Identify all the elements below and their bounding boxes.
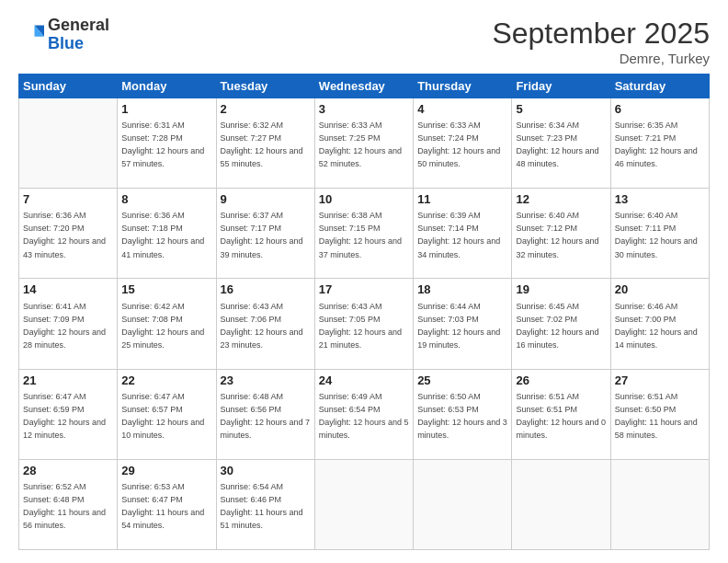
day-number: 27 — [615, 373, 705, 389]
calendar-day-cell: 25 Sunrise: 6:50 AMSunset: 6:53 PMDaylig… — [414, 369, 512, 459]
calendar-day-cell: 11 Sunrise: 6:39 AMSunset: 7:14 PMDaylig… — [414, 189, 512, 279]
calendar-week-row: 7 Sunrise: 6:36 AMSunset: 7:20 PMDayligh… — [19, 189, 710, 279]
calendar-day-cell: 22 Sunrise: 6:47 AMSunset: 6:57 PMDaylig… — [118, 369, 216, 459]
day-number: 10 — [319, 191, 409, 208]
day-number: 13 — [615, 191, 705, 208]
day-info: Sunrise: 6:51 AMSunset: 6:50 PMDaylight:… — [615, 392, 698, 440]
day-number: 11 — [417, 191, 507, 208]
day-number: 3 — [319, 101, 409, 118]
calendar-day-cell: 4 Sunrise: 6:33 AMSunset: 7:24 PMDayligh… — [414, 98, 512, 189]
day-number: 12 — [516, 191, 606, 208]
day-info: Sunrise: 6:47 AMSunset: 6:57 PMDaylight:… — [121, 392, 204, 440]
calendar-day-cell: 6 Sunrise: 6:35 AMSunset: 7:21 PMDayligh… — [610, 98, 709, 189]
month-title: September 2025 — [492, 17, 710, 51]
calendar-week-row: 21 Sunrise: 6:47 AMSunset: 6:59 PMDaylig… — [19, 369, 710, 459]
day-number: 20 — [615, 282, 705, 298]
location: Demre, Turkey — [492, 51, 710, 66]
weekday-header: Friday — [512, 75, 610, 98]
day-info: Sunrise: 6:33 AMSunset: 7:25 PMDaylight:… — [319, 121, 402, 168]
calendar-day-cell: 17 Sunrise: 6:43 AMSunset: 7:05 PMDaylig… — [314, 279, 413, 369]
day-info: Sunrise: 6:36 AMSunset: 7:18 PMDaylight:… — [121, 211, 204, 259]
day-info: Sunrise: 6:40 AMSunset: 7:12 PMDaylight:… — [516, 211, 598, 259]
day-info: Sunrise: 6:52 AMSunset: 6:48 PMDaylight:… — [23, 482, 106, 530]
calendar-day-cell: 20 Sunrise: 6:46 AMSunset: 7:00 PMDaylig… — [610, 279, 709, 369]
day-number: 6 — [615, 101, 705, 118]
calendar-day-cell: 29 Sunrise: 6:53 AMSunset: 6:47 PMDaylig… — [118, 459, 216, 549]
calendar-day-cell: 19 Sunrise: 6:45 AMSunset: 7:02 PMDaylig… — [512, 279, 610, 369]
calendar-day-cell: 21 Sunrise: 6:47 AMSunset: 6:59 PMDaylig… — [19, 369, 118, 459]
day-number: 29 — [121, 463, 211, 479]
day-number: 21 — [23, 373, 113, 389]
day-info: Sunrise: 6:45 AMSunset: 7:02 PMDaylight:… — [516, 302, 598, 350]
weekday-header: Monday — [118, 75, 216, 98]
calendar-day-cell: 8 Sunrise: 6:36 AMSunset: 7:18 PMDayligh… — [118, 189, 216, 279]
day-number: 28 — [23, 463, 113, 479]
calendar-day-cell: 5 Sunrise: 6:34 AMSunset: 7:23 PMDayligh… — [512, 98, 610, 189]
day-info: Sunrise: 6:40 AMSunset: 7:11 PMDaylight:… — [615, 211, 698, 259]
day-info: Sunrise: 6:43 AMSunset: 7:05 PMDaylight:… — [319, 302, 402, 350]
day-info: Sunrise: 6:54 AMSunset: 6:46 PMDaylight:… — [221, 482, 303, 530]
day-info: Sunrise: 6:48 AMSunset: 6:56 PMDaylight:… — [221, 392, 311, 440]
day-number: 30 — [221, 463, 311, 479]
day-info: Sunrise: 6:34 AMSunset: 7:23 PMDaylight:… — [516, 121, 598, 168]
calendar-table: SundayMondayTuesdayWednesdayThursdayFrid… — [18, 74, 710, 550]
day-info: Sunrise: 6:31 AMSunset: 7:28 PMDaylight:… — [121, 121, 204, 168]
day-info: Sunrise: 6:49 AMSunset: 6:54 PMDaylight:… — [319, 392, 409, 440]
calendar-day-cell: 24 Sunrise: 6:49 AMSunset: 6:54 PMDaylig… — [314, 369, 413, 459]
calendar-day-cell: 14 Sunrise: 6:41 AMSunset: 7:09 PMDaylig… — [19, 279, 118, 369]
logo-general: General — [48, 17, 109, 35]
day-number: 18 — [417, 282, 507, 298]
calendar-day-cell: 3 Sunrise: 6:33 AMSunset: 7:25 PMDayligh… — [314, 98, 413, 189]
page: General Blue September 2025 Demre, Turke… — [0, 0, 728, 563]
calendar-day-cell: 7 Sunrise: 6:36 AMSunset: 7:20 PMDayligh… — [19, 189, 118, 279]
title-area: September 2025 Demre, Turkey — [492, 17, 710, 66]
day-number: 24 — [319, 373, 409, 389]
calendar-day-cell: 15 Sunrise: 6:42 AMSunset: 7:08 PMDaylig… — [118, 279, 216, 369]
calendar-day-cell: 16 Sunrise: 6:43 AMSunset: 7:06 PMDaylig… — [216, 279, 314, 369]
weekday-header: Saturday — [610, 75, 709, 98]
day-number: 23 — [221, 373, 311, 389]
calendar-day-cell: 13 Sunrise: 6:40 AMSunset: 7:11 PMDaylig… — [610, 189, 709, 279]
calendar-day-cell: 1 Sunrise: 6:31 AMSunset: 7:28 PMDayligh… — [118, 98, 216, 189]
day-info: Sunrise: 6:36 AMSunset: 7:20 PMDaylight:… — [23, 211, 106, 259]
day-info: Sunrise: 6:38 AMSunset: 7:15 PMDaylight:… — [319, 211, 402, 259]
day-number: 25 — [417, 373, 507, 389]
calendar-day-cell — [314, 459, 413, 549]
day-number: 9 — [221, 191, 311, 208]
weekday-header: Tuesday — [216, 75, 314, 98]
logo-blue: Blue — [48, 35, 109, 53]
logo-icon — [18, 22, 44, 48]
day-info: Sunrise: 6:41 AMSunset: 7:09 PMDaylight:… — [23, 302, 106, 350]
calendar-header-row: SundayMondayTuesdayWednesdayThursdayFrid… — [19, 75, 710, 98]
day-info: Sunrise: 6:51 AMSunset: 6:51 PMDaylight:… — [516, 392, 606, 440]
day-info: Sunrise: 6:35 AMSunset: 7:21 PMDaylight:… — [615, 121, 698, 168]
weekday-header: Thursday — [414, 75, 512, 98]
weekday-header: Wednesday — [314, 75, 413, 98]
day-info: Sunrise: 6:46 AMSunset: 7:00 PMDaylight:… — [615, 302, 698, 350]
calendar-day-cell — [610, 459, 709, 549]
calendar-day-cell: 12 Sunrise: 6:40 AMSunset: 7:12 PMDaylig… — [512, 189, 610, 279]
day-number: 8 — [121, 191, 211, 208]
calendar-day-cell: 10 Sunrise: 6:38 AMSunset: 7:15 PMDaylig… — [314, 189, 413, 279]
day-number: 1 — [121, 101, 211, 118]
day-number: 16 — [221, 282, 311, 298]
calendar-week-row: 1 Sunrise: 6:31 AMSunset: 7:28 PMDayligh… — [19, 98, 710, 189]
calendar-day-cell: 30 Sunrise: 6:54 AMSunset: 6:46 PMDaylig… — [216, 459, 314, 549]
day-number: 14 — [23, 282, 113, 298]
day-number: 19 — [516, 282, 606, 298]
calendar-day-cell: 23 Sunrise: 6:48 AMSunset: 6:56 PMDaylig… — [216, 369, 314, 459]
calendar-week-row: 28 Sunrise: 6:52 AMSunset: 6:48 PMDaylig… — [19, 459, 710, 549]
calendar-week-row: 14 Sunrise: 6:41 AMSunset: 7:09 PMDaylig… — [19, 279, 710, 369]
day-info: Sunrise: 6:44 AMSunset: 7:03 PMDaylight:… — [417, 302, 500, 350]
calendar-day-cell: 18 Sunrise: 6:44 AMSunset: 7:03 PMDaylig… — [414, 279, 512, 369]
day-info: Sunrise: 6:39 AMSunset: 7:14 PMDaylight:… — [417, 211, 500, 259]
day-info: Sunrise: 6:33 AMSunset: 7:24 PMDaylight:… — [417, 121, 500, 168]
weekday-header: Sunday — [19, 75, 118, 98]
day-info: Sunrise: 6:42 AMSunset: 7:08 PMDaylight:… — [121, 302, 204, 350]
day-number: 4 — [417, 101, 507, 118]
day-number: 22 — [121, 373, 211, 389]
day-number: 15 — [121, 282, 211, 298]
calendar-day-cell — [512, 459, 610, 549]
day-number: 17 — [319, 282, 409, 298]
calendar-day-cell: 27 Sunrise: 6:51 AMSunset: 6:50 PMDaylig… — [610, 369, 709, 459]
